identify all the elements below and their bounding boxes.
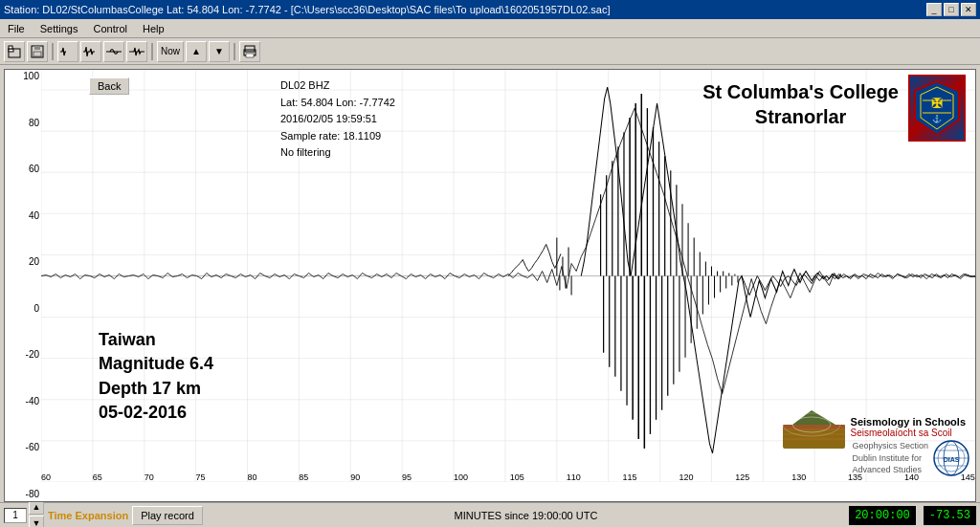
svg-rect-2	[9, 46, 12, 49]
school-name-line2: Stranorlar	[702, 104, 899, 129]
svg-rect-4	[34, 46, 40, 50]
y-label-100: 100	[5, 72, 41, 81]
x-tick-85: 85	[299, 472, 308, 482]
x-tick-70: 70	[145, 472, 154, 482]
earthquake-location: Taiwan	[99, 328, 213, 352]
window-title: Station: DL02/StColumbasCollege Lat: 54.…	[4, 4, 611, 15]
x-axis-labels: 60 65 70 75 80 85 90 95 100 105 110 115 …	[41, 472, 975, 482]
station-info-line3: 2016/02/05 19:59:51	[280, 111, 395, 128]
chart-container: 100 80 60 40 20 0 -20 -40 -60 -80	[4, 69, 976, 502]
school-name-line1: St Columba's College	[702, 79, 899, 104]
earthquake-date: 05-02-2016	[99, 401, 213, 425]
close-button[interactable]: ✕	[961, 3, 976, 16]
x-axis: 60 65 70 75 80 85 90 95 100 105 110 115 …	[41, 463, 975, 482]
x-tick-80: 80	[247, 472, 256, 482]
x-tick-120: 120	[679, 472, 693, 482]
menu-settings[interactable]: Settings	[36, 21, 82, 36]
sis-diagram-icon	[783, 406, 845, 449]
toolbar-separator-1	[52, 43, 54, 60]
y-label-0: 0	[5, 304, 41, 314]
time-expansion-spinner: 1 ▲ ▼	[4, 499, 44, 527]
toolbar-separator-3	[234, 43, 235, 60]
y-label-20: 20	[5, 257, 41, 267]
x-tick-130: 130	[791, 472, 806, 482]
station-info-line5: No filtering	[280, 144, 395, 162]
y-label-60: 60	[5, 165, 41, 174]
play-record-button[interactable]: Play record	[132, 506, 203, 525]
toolbar-waveform1[interactable]	[57, 41, 78, 62]
menu-bar: File Settings Control Help	[0, 19, 980, 38]
title-bar-controls: _ □ ✕	[926, 3, 976, 16]
x-tick-60: 60	[41, 472, 51, 482]
x-tick-145: 145	[961, 472, 975, 482]
x-tick-110: 110	[567, 472, 581, 482]
toolbar-separator-2	[151, 43, 153, 60]
station-info-line4: Sample rate: 18.1109	[280, 128, 395, 145]
x-tick-135: 135	[848, 472, 862, 482]
x-tick-105: 105	[510, 472, 524, 482]
maximize-button[interactable]: □	[944, 3, 959, 16]
value-display: -73.53	[924, 506, 976, 525]
menu-help[interactable]: Help	[139, 21, 168, 36]
y-label-neg80: -80	[5, 490, 41, 499]
toolbar: Now ▲ ▼	[0, 38, 980, 65]
x-tick-75: 75	[196, 472, 206, 482]
earthquake-magnitude: Magnitude 6.4	[99, 352, 213, 376]
seismology-text: Seismology in Schools	[851, 416, 966, 428]
minutes-label: MINUTES since 19:00:00 UTC	[207, 510, 845, 521]
x-tick-65: 65	[93, 472, 102, 482]
y-label-80: 80	[5, 119, 41, 128]
back-button[interactable]: Back	[89, 77, 129, 95]
svg-rect-7	[245, 46, 255, 52]
main-content: 100 80 60 40 20 0 -20 -40 -60 -80	[0, 65, 980, 527]
toolbar-print[interactable]	[239, 41, 260, 62]
geophysics-text1: Geophysics Section	[852, 440, 928, 452]
x-tick-90: 90	[350, 472, 360, 482]
menu-control[interactable]: Control	[89, 21, 130, 36]
y-label-neg60: -60	[5, 443, 41, 452]
toolbar-now[interactable]: Now	[157, 41, 184, 62]
school-crest: ✠ ⚓	[908, 75, 966, 142]
x-tick-125: 125	[735, 472, 749, 482]
x-tick-115: 115	[623, 472, 637, 482]
seismology-irish: Seismeolaíocht sa Scoil	[851, 428, 966, 438]
toolbar-open[interactable]	[4, 41, 25, 62]
x-tick-100: 100	[454, 472, 468, 482]
toolbar-down[interactable]: ▼	[209, 41, 230, 62]
y-axis: 100 80 60 40 20 0 -20 -40 -60 -80	[5, 70, 41, 501]
school-title: St Columba's College Stranorlar	[702, 79, 899, 129]
toolbar-waveform4[interactable]	[126, 41, 147, 62]
x-tick-95: 95	[402, 472, 412, 482]
y-label-neg20: -20	[5, 350, 41, 360]
time-display: 20:00:00	[849, 506, 916, 525]
status-bar: 1 ▲ ▼ Time Expansion Play record MINUTES…	[0, 502, 980, 527]
minimize-button[interactable]: _	[926, 3, 942, 16]
spinner-down[interactable]: ▼	[29, 516, 44, 527]
svg-text:DIAS: DIAS	[944, 456, 960, 463]
toolbar-up[interactable]: ▲	[186, 41, 207, 62]
earthquake-depth: Depth 17 km	[99, 377, 213, 401]
svg-marker-100	[792, 410, 835, 425]
y-label-neg40: -40	[5, 397, 41, 406]
station-info-line2: Lat: 54.804 Lon: -7.7742	[280, 95, 395, 112]
svg-rect-5	[33, 52, 41, 56]
svg-rect-9	[246, 54, 254, 57]
time-expansion-label: Time Expansion	[48, 510, 128, 521]
title-bar: Station: DL02/StColumbasCollege Lat: 54.…	[0, 0, 980, 19]
toolbar-save[interactable]	[27, 41, 48, 62]
station-info-line1: DL02 BHZ	[280, 77, 395, 95]
chart-plot: Back DL02 BHZ Lat: 54.804 Lon: -7.7742 2…	[41, 70, 975, 482]
y-label-40: 40	[5, 211, 41, 221]
toolbar-waveform2[interactable]	[80, 41, 101, 62]
sis-text-container: Seismology in Schools Seismeolaíocht sa …	[851, 416, 966, 438]
menu-file[interactable]: File	[4, 21, 29, 36]
station-info: DL02 BHZ Lat: 54.804 Lon: -7.7742 2016/0…	[280, 77, 395, 162]
spinner-value: 1	[4, 508, 27, 523]
x-tick-140: 140	[904, 472, 919, 482]
toolbar-waveform3[interactable]	[103, 41, 124, 62]
earthquake-info: Taiwan Magnitude 6.4 Depth 17 km 05-02-2…	[99, 328, 213, 425]
svg-text:✠: ✠	[931, 96, 943, 111]
svg-text:⚓: ⚓	[932, 114, 942, 123]
